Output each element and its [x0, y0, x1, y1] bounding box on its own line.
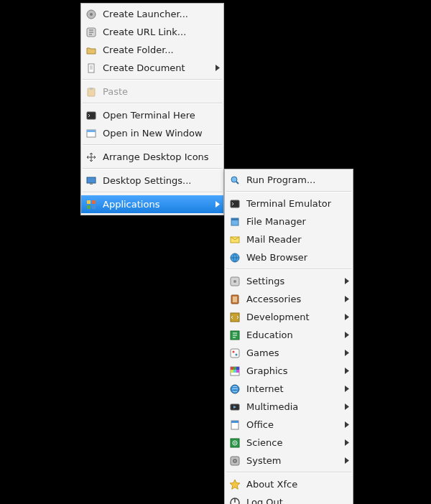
menu-item-mail-reader[interactable]: Mail Reader	[225, 230, 353, 248]
internet-icon	[229, 383, 241, 395]
accessories-icon	[229, 294, 241, 305]
menu-item-label: Office	[246, 419, 343, 430]
file-manager-icon	[229, 216, 241, 228]
window-icon	[85, 128, 97, 139]
menu-item-label: Run Program...	[246, 174, 350, 185]
submenu-arrow-icon	[343, 421, 350, 428]
menu-item-label: Open in New Window	[103, 128, 221, 139]
development-icon	[229, 312, 241, 323]
menu-separator	[83, 103, 222, 104]
settings-icon	[229, 276, 241, 287]
menu-item-open-terminal-here[interactable]: Open Terminal Here	[81, 106, 223, 124]
menu-item-education[interactable]: Education	[225, 326, 353, 344]
menu-item-label: Arrange Desktop Icons	[103, 151, 221, 162]
desktop-settings-icon	[85, 175, 97, 187]
menu-item-science[interactable]: Science	[225, 434, 353, 452]
search-icon	[229, 174, 241, 186]
menu-item-label: Science	[246, 437, 343, 448]
menu-item-run-program[interactable]: Run Program...	[225, 171, 353, 189]
menu-item-games[interactable]: Games	[225, 344, 353, 362]
menu-item-label: Desktop Settings...	[103, 175, 221, 186]
mail-icon	[229, 234, 241, 246]
menu-item-label: Education	[246, 330, 343, 340]
system-icon	[229, 455, 241, 467]
menu-item-create-document[interactable]: Create Document	[81, 59, 223, 77]
menu-item-web-browser[interactable]: Web Browser	[225, 248, 353, 266]
menu-item-label: Internet	[246, 383, 343, 394]
menu-separator	[83, 168, 222, 169]
menu-item-internet[interactable]: Internet	[225, 380, 353, 398]
submenu-arrow-icon	[213, 201, 221, 207]
menu-separator	[83, 144, 222, 146]
multimedia-icon	[229, 401, 241, 413]
globe-icon	[229, 252, 241, 263]
paste-icon	[85, 86, 97, 98]
submenu-arrow-icon	[343, 296, 350, 302]
terminal-icon	[85, 110, 97, 121]
menu-item-office[interactable]: Office	[225, 416, 353, 434]
menu-item-log-out[interactable]: Log Out	[225, 493, 353, 504]
menu-item-terminal-emulator[interactable]: Terminal Emulator	[225, 195, 353, 213]
submenu-arrow-icon	[343, 332, 350, 338]
menu-item-label: About Xfce	[246, 479, 350, 490]
menu-separator	[83, 79, 222, 80]
menu-item-file-manager[interactable]: File Manager	[225, 213, 353, 230]
menu-separator	[83, 192, 222, 193]
submenu-arrow-icon	[343, 350, 350, 356]
logout-icon	[229, 497, 241, 505]
menu-item-create-url-link[interactable]: Create URL Link...	[81, 23, 223, 41]
science-icon	[229, 437, 241, 449]
menu-item-label: System	[246, 455, 343, 466]
menu-item-paste[interactable]: Paste	[81, 83, 223, 101]
menu-item-label: Games	[246, 347, 343, 358]
submenu-arrow-icon	[213, 65, 221, 71]
menu-separator	[226, 472, 351, 473]
document-icon	[85, 62, 97, 74]
menu-item-label: Settings	[246, 276, 343, 286]
menu-item-about-xfce[interactable]: About Xfce	[225, 475, 353, 493]
star-icon	[229, 479, 241, 490]
menu-item-system[interactable]: System	[225, 452, 353, 470]
desktop-context-menu: Create Launcher... Create URL Link... Cr…	[80, 3, 224, 215]
menu-item-create-folder[interactable]: Create Folder...	[81, 41, 223, 59]
menu-item-label: Create Document	[103, 62, 213, 73]
applications-icon	[85, 199, 97, 210]
menu-item-settings[interactable]: Settings	[225, 272, 353, 290]
submenu-arrow-icon	[343, 386, 350, 392]
menu-item-label: Web Browser	[246, 252, 350, 263]
menu-item-label: Create Launcher...	[103, 9, 221, 19]
graphics-icon	[229, 365, 241, 377]
office-icon	[229, 419, 241, 431]
menu-item-multimedia[interactable]: Multimedia	[225, 398, 353, 416]
menu-item-open-in-new-window[interactable]: Open in New Window	[81, 124, 223, 142]
menu-item-create-launcher[interactable]: Create Launcher...	[81, 5, 223, 23]
menu-item-label: Create Folder...	[103, 45, 221, 55]
arrange-icon	[85, 151, 97, 163]
menu-item-label: Log Out	[246, 497, 350, 504]
menu-separator	[226, 269, 351, 270]
folder-icon	[85, 45, 97, 56]
education-icon	[229, 330, 241, 341]
menu-item-development[interactable]: Development	[225, 308, 353, 326]
menu-item-label: Open Terminal Here	[103, 110, 221, 121]
menu-item-label: Graphics	[246, 365, 343, 376]
submenu-arrow-icon	[343, 314, 350, 320]
terminal-icon	[229, 198, 241, 210]
menu-item-accessories[interactable]: Accessories	[225, 290, 353, 308]
menu-item-label: Create URL Link...	[103, 27, 221, 37]
menu-item-label: Applications	[103, 199, 213, 210]
menu-item-label: Mail Reader	[246, 234, 350, 245]
menu-item-label: Paste	[103, 86, 221, 97]
menu-item-arrange-desktop-icons[interactable]: Arrange Desktop Icons	[81, 148, 223, 166]
games-icon	[229, 347, 241, 359]
menu-separator	[226, 191, 351, 192]
gear-icon	[85, 9, 97, 20]
menu-item-graphics[interactable]: Graphics	[225, 362, 353, 380]
applications-submenu: Run Program... Terminal Emulator File Ma…	[224, 169, 353, 504]
menu-item-label: Development	[246, 312, 343, 322]
menu-item-label: Terminal Emulator	[246, 198, 350, 209]
submenu-arrow-icon	[343, 403, 350, 410]
menu-item-applications[interactable]: Applications	[81, 195, 223, 213]
menu-item-label: Multimedia	[246, 401, 343, 412]
menu-item-desktop-settings[interactable]: Desktop Settings...	[81, 172, 223, 190]
